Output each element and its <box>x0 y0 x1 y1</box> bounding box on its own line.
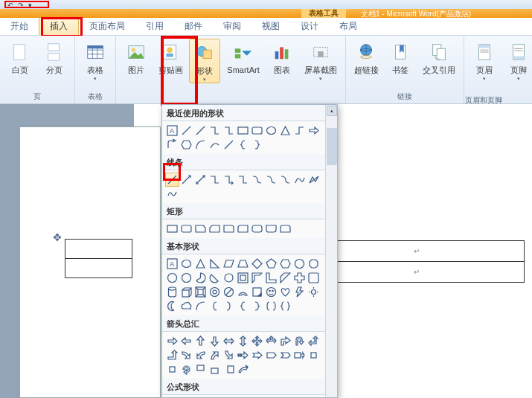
shape-rect9[interactable] <box>278 222 292 236</box>
chart-button[interactable]: 图表 <box>266 39 298 74</box>
document-table-right[interactable]: ↵ ↵ <box>331 240 525 283</box>
shape-arrow-right[interactable] <box>307 123 321 138</box>
shape-arr-circ[interactable] <box>179 362 193 376</box>
tab-page-layout[interactable]: 页面布局 <box>79 18 135 35</box>
shape-brace-right[interactable] <box>250 138 264 152</box>
shape-smiley[interactable] <box>264 285 278 299</box>
shape-heptagon[interactable] <box>292 257 307 271</box>
footer-button[interactable]: 页脚 ▾ <box>503 39 532 82</box>
hyperlink-button[interactable]: 超链接 <box>350 39 382 74</box>
shape-arr-callout-lr[interactable] <box>307 348 321 362</box>
shape-arr-callout-d[interactable] <box>193 362 208 376</box>
shape-donut[interactable] <box>208 285 222 299</box>
shape-double-brace[interactable] <box>278 299 292 313</box>
shape-freeform[interactable] <box>307 173 321 187</box>
shape-rect2[interactable] <box>179 222 193 236</box>
shape-trapezoid[interactable] <box>236 257 250 271</box>
shape-arr-left[interactable] <box>179 334 193 348</box>
tab-references[interactable]: 引用 <box>135 18 174 35</box>
shape-rect6[interactable] <box>236 222 250 236</box>
shape-arr-callout-r[interactable] <box>292 348 307 362</box>
shape-arr-swoosh[interactable] <box>236 362 250 376</box>
table-move-handle-icon[interactable]: ✥ <box>53 231 62 243</box>
shape-no[interactable] <box>222 285 236 299</box>
shape-line-arrow[interactable] <box>179 173 193 187</box>
shape-diag-stripe[interactable] <box>278 271 292 285</box>
shape-double-bracket[interactable] <box>264 299 278 313</box>
shape-rect8[interactable] <box>264 222 278 236</box>
clipart-button[interactable]: 剪贴画 <box>155 39 186 74</box>
shape-tri-iso[interactable] <box>193 257 208 271</box>
tab-insert[interactable]: 插入 <box>39 17 79 35</box>
shape-arr-curve-r[interactable] <box>179 348 193 362</box>
shape-arc2[interactable] <box>193 299 208 313</box>
shape-octagon[interactable] <box>307 257 321 271</box>
shape-brace-l2[interactable] <box>236 299 250 313</box>
table-button[interactable]: 表格 ▾ <box>80 39 111 82</box>
tab-mailings[interactable]: 邮件 <box>174 18 213 35</box>
shape-bevel[interactable] <box>193 285 208 299</box>
shape-cloud[interactable] <box>179 299 193 313</box>
shape-connector-elbow-arrow[interactable] <box>222 123 236 138</box>
shape-arr-striped[interactable] <box>236 348 250 362</box>
shape-arr-3way[interactable] <box>264 334 278 348</box>
shape-arr-updown[interactable] <box>236 334 250 348</box>
picture-button[interactable]: 图片 <box>121 39 152 74</box>
bookmark-button[interactable]: 书签 <box>385 39 416 74</box>
document-table[interactable] <box>65 239 132 278</box>
shape-arr-up[interactable] <box>193 334 208 348</box>
smartart-button[interactable]: SmartArt <box>223 39 263 74</box>
shape-textbox2[interactable]: A <box>165 257 179 271</box>
shape-sun[interactable] <box>307 285 321 299</box>
shape-rect7[interactable] <box>250 222 264 236</box>
header-button[interactable]: 页眉 ▾ <box>469 39 500 82</box>
shape-chord[interactable] <box>208 271 222 285</box>
shape-diamond[interactable] <box>250 257 264 271</box>
shape-connector-elbow[interactable] <box>208 123 222 138</box>
shape-plaque[interactable] <box>307 271 321 285</box>
shape-curved-arrow-conn[interactable] <box>264 173 278 187</box>
shape-lightning[interactable] <box>292 285 307 299</box>
shape-half-frame[interactable] <box>250 271 264 285</box>
shape-moon[interactable] <box>165 299 179 313</box>
shape-hexagon[interactable] <box>179 138 193 152</box>
shape-elbow-double-arrow[interactable] <box>236 173 250 187</box>
tab-view[interactable]: 视图 <box>251 18 290 35</box>
shape-pie[interactable] <box>193 271 208 285</box>
shape-heart[interactable] <box>278 285 292 299</box>
shape-cross[interactable] <box>292 271 307 285</box>
shape-arr-callout-l[interactable] <box>222 362 236 376</box>
shape-arr-callout-u[interactable] <box>208 362 222 376</box>
shape-curve[interactable] <box>208 138 222 152</box>
tab-start[interactable]: 开始 <box>0 18 39 35</box>
shape-scribble[interactable] <box>165 187 179 201</box>
shape-arr-curve-l[interactable] <box>193 348 208 362</box>
shape-folded[interactable] <box>250 285 264 299</box>
shape-curved-conn[interactable] <box>250 173 264 187</box>
shape-textbox[interactable]: A <box>165 123 179 138</box>
shape-arr-curve-d[interactable] <box>222 348 236 362</box>
shape-line[interactable] <box>179 123 193 138</box>
shape-arr-uturn[interactable] <box>292 334 307 348</box>
shape-curve2[interactable] <box>292 173 307 187</box>
shape-can[interactable] <box>165 285 179 299</box>
shape-oval2[interactable] <box>179 257 193 271</box>
shape-l[interactable] <box>264 271 278 285</box>
shape-line-double-arrow[interactable] <box>193 173 208 187</box>
shape-arr-right[interactable] <box>165 334 179 348</box>
shape-oval[interactable] <box>264 123 278 138</box>
panel-scrollbar[interactable]: ▴ <box>325 105 337 397</box>
shape-rect3[interactable] <box>193 222 208 236</box>
shape-hexagon2[interactable] <box>278 257 292 271</box>
document-page[interactable]: ✥ <box>19 126 161 398</box>
shape-dodecagon[interactable] <box>179 271 193 285</box>
scroll-thumb[interactable] <box>327 128 337 165</box>
shape-arr-curve-u[interactable] <box>208 348 222 362</box>
shape-rect[interactable] <box>236 123 250 138</box>
shape-brace-r2[interactable] <box>250 299 264 313</box>
shape-arr-pentagon[interactable] <box>264 348 278 362</box>
shape-frame[interactable] <box>236 271 250 285</box>
shape-arr-callout-q[interactable] <box>165 362 179 376</box>
shape-triangle[interactable] <box>278 123 292 138</box>
blank-page-button[interactable]: 白页 <box>4 39 36 74</box>
